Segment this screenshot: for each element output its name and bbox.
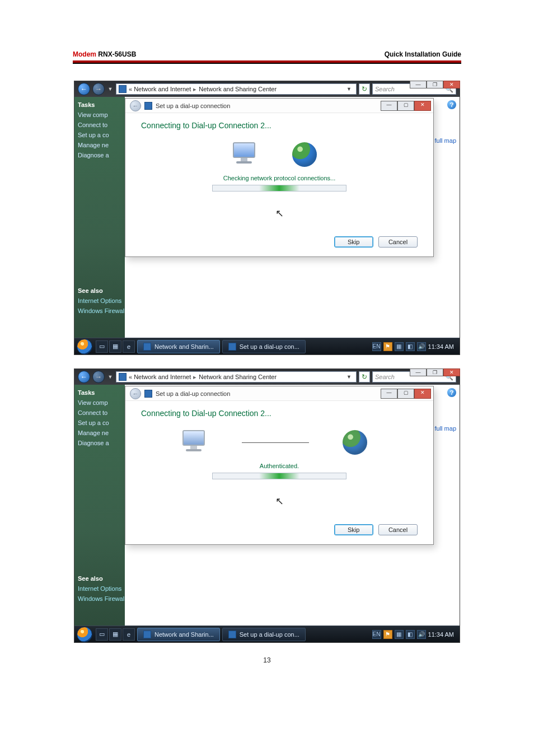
address-dropdown-icon[interactable]: ▼	[344, 86, 354, 92]
taskbar: ▭ ▦ e Network and Sharin... Set up a dia…	[74, 338, 460, 354]
outer-minimize-button[interactable]: —	[410, 368, 427, 376]
refresh-button[interactable]: ↻	[359, 371, 370, 382]
cursor-icon: ↖	[141, 207, 418, 220]
breadcrumb-1[interactable]: « Network and Internet	[129, 374, 191, 380]
tray-lang-icon[interactable]: EN	[372, 342, 381, 351]
tasks-sidebar: Tasks View comp Connect to Set up a co M…	[74, 385, 125, 626]
help-icon[interactable]: ?	[447, 100, 456, 109]
taskbar-network-sharing[interactable]: Network and Sharin...	[137, 340, 220, 353]
tray-network-icon[interactable]: ▦	[395, 630, 404, 639]
outer-window-controls: — ❐ ✕	[410, 81, 460, 88]
address-dropdown-icon[interactable]: ▼	[344, 374, 354, 380]
start-button[interactable]	[77, 339, 92, 354]
tasks-title: Tasks	[78, 389, 121, 396]
cancel-button[interactable]: Cancel	[378, 524, 418, 535]
sidebar-item-connect-to[interactable]: Connect to	[78, 122, 121, 128]
quicklaunch-switch-windows[interactable]: ▦	[109, 628, 121, 641]
address-bar[interactable]: « Network and Internet ▸ Network and Sha…	[116, 83, 357, 95]
nav-history-dropdown[interactable]: ▼	[107, 86, 114, 92]
dialog-minimize-button[interactable]: —	[381, 389, 397, 399]
sidebar-item-manage-networks[interactable]: Manage ne	[78, 142, 121, 148]
sidebar-item-view-computers[interactable]: View comp	[78, 111, 121, 118]
outer-minimize-button[interactable]: —	[410, 81, 427, 88]
sidebar-item-connect-to[interactable]: Connect to	[78, 409, 121, 416]
tray-lang-icon[interactable]: EN	[372, 630, 381, 639]
tray-clock[interactable]: 11:34 AM	[428, 343, 454, 350]
address-icon	[119, 85, 127, 93]
help-icon[interactable]: ?	[447, 388, 456, 397]
sidebar-item-diagnose[interactable]: Diagnose a	[78, 440, 121, 446]
dialog-heading: Connecting to Dial-up Connection 2...	[141, 121, 418, 130]
dialup-dialog: ← Set up a dial-up connection — ▢ ✕ Conn…	[125, 98, 434, 257]
sidebar-item-setup-connection[interactable]: Set up a co	[78, 132, 121, 138]
taskbar-network-sharing[interactable]: Network and Sharin...	[137, 628, 220, 641]
globe-icon	[292, 142, 317, 167]
tray-network-icon[interactable]: ▦	[395, 342, 404, 351]
tray-clock[interactable]: 11:34 AM	[428, 631, 454, 638]
see-also-internet-options[interactable]: Internet Options	[78, 585, 121, 592]
doc-header: Modem RNX-56USB Quick Installation Guide	[73, 50, 461, 58]
taskbar-dialup-wizard[interactable]: Set up a dial-up con...	[222, 628, 306, 641]
see-also-title: See also	[78, 575, 121, 582]
forward-button[interactable]: →	[92, 83, 105, 95]
tray-updates-icon[interactable]: ◧	[406, 342, 415, 351]
sidebar-item-setup-connection[interactable]: Set up a co	[78, 419, 121, 426]
outer-restore-button[interactable]: ❐	[427, 368, 443, 376]
taskbar-app-icon-2	[228, 631, 236, 638]
see-also-windows-firewall[interactable]: Windows Firewall	[78, 595, 121, 602]
dialog-status: Authenticated.	[141, 463, 418, 469]
cancel-button[interactable]: Cancel	[378, 236, 418, 248]
dialog-minimize-button[interactable]: —	[381, 101, 397, 111]
taskbar-dialup-wizard[interactable]: Set up a dial-up con...	[222, 340, 306, 353]
dialog-maximize-button[interactable]: ▢	[397, 389, 414, 399]
dialog-back-button[interactable]: ←	[130, 100, 141, 111]
main-pane: ? iew full map ← Set up a dial-up connec…	[125, 385, 460, 626]
quicklaunch-ie[interactable]: e	[123, 628, 135, 641]
dialog-maximize-button[interactable]: ▢	[397, 101, 414, 111]
quicklaunch-show-desktop[interactable]: ▭	[96, 628, 108, 641]
sidebar-item-diagnose[interactable]: Diagnose a	[78, 152, 121, 158]
search-placeholder: Search	[375, 374, 395, 380]
tray-volume-icon[interactable]: 🔊	[417, 630, 426, 639]
taskbar-btn2-label: Set up a dial-up con...	[240, 631, 299, 638]
brand-label: Modem	[73, 50, 96, 58]
nav-history-dropdown[interactable]: ▼	[107, 374, 114, 380]
dialog-close-button[interactable]: ✕	[414, 101, 431, 111]
tray-updates-icon[interactable]: ◧	[406, 630, 415, 639]
see-also-internet-options[interactable]: Internet Options	[78, 297, 121, 304]
taskbar: ▭ ▦ e Network and Sharin... Set up a dia…	[74, 626, 460, 642]
quicklaunch-ie[interactable]: e	[123, 340, 135, 353]
skip-button[interactable]: Skip	[334, 236, 373, 248]
quicklaunch-switch-windows[interactable]: ▦	[109, 340, 121, 353]
dialog-title: Set up a dial-up connection	[156, 390, 230, 397]
forward-button[interactable]: →	[92, 371, 105, 383]
globe-icon	[343, 430, 367, 455]
outer-restore-button[interactable]: ❐	[427, 81, 443, 88]
refresh-button[interactable]: ↻	[359, 83, 370, 95]
dialog-close-button[interactable]: ✕	[414, 389, 431, 399]
back-button[interactable]: ←	[78, 371, 90, 383]
dialog-title: Set up a dial-up connection	[156, 102, 230, 109]
doc-rule	[73, 60, 461, 64]
start-button[interactable]	[77, 627, 92, 642]
tray-volume-icon[interactable]: 🔊	[417, 342, 426, 351]
dialog-heading: Connecting to Dial-up Connection 2...	[141, 409, 418, 418]
outer-close-button[interactable]: ✕	[443, 368, 460, 376]
breadcrumb-2[interactable]: Network and Sharing Center	[199, 374, 277, 380]
taskbar-app-icon	[143, 631, 151, 638]
breadcrumb-2[interactable]: Network and Sharing Center	[199, 86, 277, 92]
sidebar-item-view-computers[interactable]: View comp	[78, 399, 121, 406]
taskbar-app-icon-2	[228, 343, 236, 351]
dialog-back-button[interactable]: ←	[130, 388, 141, 399]
tray-security-icon[interactable]: ⚑	[383, 630, 392, 639]
skip-button[interactable]: Skip	[334, 524, 373, 535]
see-also-title: See also	[78, 287, 121, 294]
quicklaunch-show-desktop[interactable]: ▭	[96, 340, 108, 353]
address-bar[interactable]: « Network and Internet ▸ Network and Sha…	[116, 371, 357, 382]
tray-security-icon[interactable]: ⚑	[383, 342, 392, 351]
sidebar-item-manage-networks[interactable]: Manage ne	[78, 430, 121, 436]
see-also-windows-firewall[interactable]: Windows Firewall	[78, 307, 121, 314]
outer-close-button[interactable]: ✕	[443, 81, 460, 88]
breadcrumb-1[interactable]: « Network and Internet	[129, 86, 191, 92]
back-button[interactable]: ←	[78, 83, 90, 95]
